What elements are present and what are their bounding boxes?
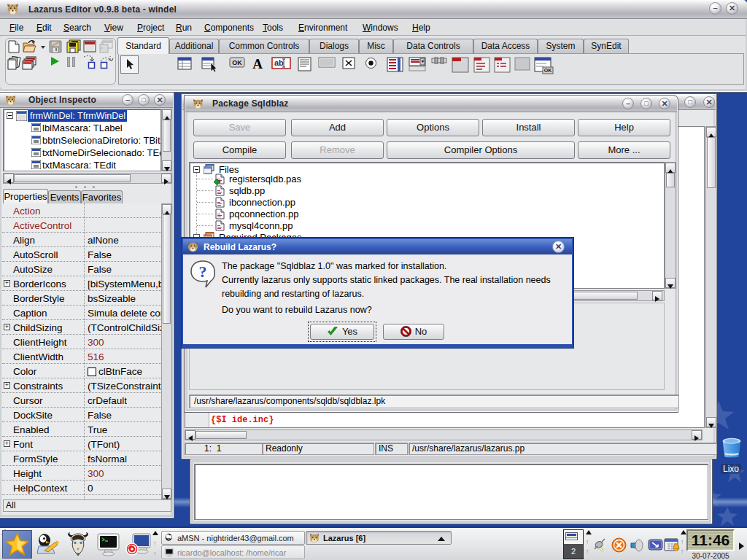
svg-text:OK: OK (232, 59, 242, 66)
svg-text:A: A (252, 57, 263, 70)
svg-text:OK: OK (544, 68, 552, 73)
svg-text:ab: ab (274, 58, 284, 67)
svg-text:?: ? (199, 262, 207, 281)
